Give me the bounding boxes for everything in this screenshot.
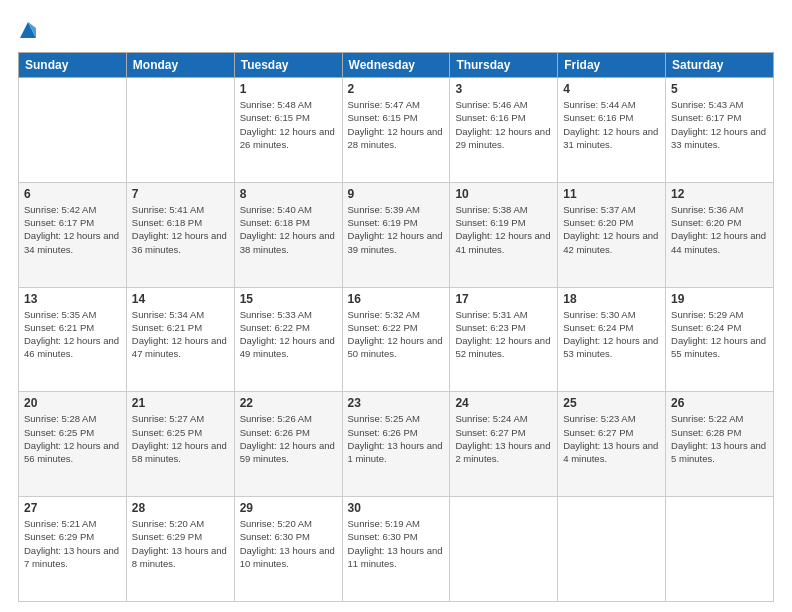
day-number: 29 [240,501,337,515]
calendar-cell: 7Sunrise: 5:41 AM Sunset: 6:18 PM Daylig… [126,182,234,287]
day-number: 3 [455,82,552,96]
week-row-1: 1Sunrise: 5:48 AM Sunset: 6:15 PM Daylig… [19,78,774,183]
calendar-cell: 22Sunrise: 5:26 AM Sunset: 6:26 PM Dayli… [234,392,342,497]
day-number: 1 [240,82,337,96]
day-number: 25 [563,396,660,410]
day-info: Sunrise: 5:32 AM Sunset: 6:22 PM Dayligh… [348,308,445,361]
header [18,18,774,42]
calendar-cell: 11Sunrise: 5:37 AM Sunset: 6:20 PM Dayli… [558,182,666,287]
day-info: Sunrise: 5:43 AM Sunset: 6:17 PM Dayligh… [671,98,768,151]
day-number: 15 [240,292,337,306]
calendar-cell [126,78,234,183]
week-row-4: 20Sunrise: 5:28 AM Sunset: 6:25 PM Dayli… [19,392,774,497]
col-header-monday: Monday [126,53,234,78]
day-info: Sunrise: 5:25 AM Sunset: 6:26 PM Dayligh… [348,412,445,465]
day-info: Sunrise: 5:34 AM Sunset: 6:21 PM Dayligh… [132,308,229,361]
day-number: 14 [132,292,229,306]
calendar-cell: 6Sunrise: 5:42 AM Sunset: 6:17 PM Daylig… [19,182,127,287]
day-info: Sunrise: 5:41 AM Sunset: 6:18 PM Dayligh… [132,203,229,256]
day-number: 11 [563,187,660,201]
day-number: 19 [671,292,768,306]
week-row-2: 6Sunrise: 5:42 AM Sunset: 6:17 PM Daylig… [19,182,774,287]
day-number: 7 [132,187,229,201]
day-number: 22 [240,396,337,410]
calendar-cell: 27Sunrise: 5:21 AM Sunset: 6:29 PM Dayli… [19,497,127,602]
day-info: Sunrise: 5:30 AM Sunset: 6:24 PM Dayligh… [563,308,660,361]
calendar-cell [450,497,558,602]
day-number: 4 [563,82,660,96]
calendar-cell: 15Sunrise: 5:33 AM Sunset: 6:22 PM Dayli… [234,287,342,392]
day-info: Sunrise: 5:19 AM Sunset: 6:30 PM Dayligh… [348,517,445,570]
calendar-cell: 13Sunrise: 5:35 AM Sunset: 6:21 PM Dayli… [19,287,127,392]
day-number: 30 [348,501,445,515]
day-number: 12 [671,187,768,201]
day-number: 2 [348,82,445,96]
calendar-cell: 17Sunrise: 5:31 AM Sunset: 6:23 PM Dayli… [450,287,558,392]
day-info: Sunrise: 5:23 AM Sunset: 6:27 PM Dayligh… [563,412,660,465]
calendar-cell [558,497,666,602]
calendar-cell: 28Sunrise: 5:20 AM Sunset: 6:29 PM Dayli… [126,497,234,602]
day-number: 9 [348,187,445,201]
day-number: 6 [24,187,121,201]
day-info: Sunrise: 5:26 AM Sunset: 6:26 PM Dayligh… [240,412,337,465]
calendar-header-row: SundayMondayTuesdayWednesdayThursdayFrid… [19,53,774,78]
calendar-cell: 20Sunrise: 5:28 AM Sunset: 6:25 PM Dayli… [19,392,127,497]
calendar-cell: 24Sunrise: 5:24 AM Sunset: 6:27 PM Dayli… [450,392,558,497]
day-info: Sunrise: 5:36 AM Sunset: 6:20 PM Dayligh… [671,203,768,256]
day-number: 24 [455,396,552,410]
calendar-cell [19,78,127,183]
day-info: Sunrise: 5:20 AM Sunset: 6:29 PM Dayligh… [132,517,229,570]
day-number: 20 [24,396,121,410]
logo [18,18,42,42]
calendar-cell: 23Sunrise: 5:25 AM Sunset: 6:26 PM Dayli… [342,392,450,497]
page: SundayMondayTuesdayWednesdayThursdayFrid… [0,0,792,612]
col-header-saturday: Saturday [666,53,774,78]
col-header-friday: Friday [558,53,666,78]
day-number: 28 [132,501,229,515]
day-number: 18 [563,292,660,306]
calendar-cell: 14Sunrise: 5:34 AM Sunset: 6:21 PM Dayli… [126,287,234,392]
day-info: Sunrise: 5:22 AM Sunset: 6:28 PM Dayligh… [671,412,768,465]
day-info: Sunrise: 5:20 AM Sunset: 6:30 PM Dayligh… [240,517,337,570]
col-header-thursday: Thursday [450,53,558,78]
day-number: 17 [455,292,552,306]
calendar-cell: 26Sunrise: 5:22 AM Sunset: 6:28 PM Dayli… [666,392,774,497]
calendar-cell: 29Sunrise: 5:20 AM Sunset: 6:30 PM Dayli… [234,497,342,602]
calendar-cell: 1Sunrise: 5:48 AM Sunset: 6:15 PM Daylig… [234,78,342,183]
calendar-cell: 4Sunrise: 5:44 AM Sunset: 6:16 PM Daylig… [558,78,666,183]
day-number: 23 [348,396,445,410]
day-info: Sunrise: 5:29 AM Sunset: 6:24 PM Dayligh… [671,308,768,361]
day-info: Sunrise: 5:39 AM Sunset: 6:19 PM Dayligh… [348,203,445,256]
day-info: Sunrise: 5:33 AM Sunset: 6:22 PM Dayligh… [240,308,337,361]
week-row-5: 27Sunrise: 5:21 AM Sunset: 6:29 PM Dayli… [19,497,774,602]
calendar-cell: 21Sunrise: 5:27 AM Sunset: 6:25 PM Dayli… [126,392,234,497]
week-row-3: 13Sunrise: 5:35 AM Sunset: 6:21 PM Dayli… [19,287,774,392]
day-info: Sunrise: 5:31 AM Sunset: 6:23 PM Dayligh… [455,308,552,361]
calendar-cell: 9Sunrise: 5:39 AM Sunset: 6:19 PM Daylig… [342,182,450,287]
calendar-cell: 25Sunrise: 5:23 AM Sunset: 6:27 PM Dayli… [558,392,666,497]
calendar-cell: 12Sunrise: 5:36 AM Sunset: 6:20 PM Dayli… [666,182,774,287]
day-info: Sunrise: 5:42 AM Sunset: 6:17 PM Dayligh… [24,203,121,256]
calendar-table: SundayMondayTuesdayWednesdayThursdayFrid… [18,52,774,602]
day-number: 21 [132,396,229,410]
col-header-tuesday: Tuesday [234,53,342,78]
calendar-cell: 8Sunrise: 5:40 AM Sunset: 6:18 PM Daylig… [234,182,342,287]
calendar-cell: 16Sunrise: 5:32 AM Sunset: 6:22 PM Dayli… [342,287,450,392]
day-number: 10 [455,187,552,201]
calendar-cell: 10Sunrise: 5:38 AM Sunset: 6:19 PM Dayli… [450,182,558,287]
col-header-sunday: Sunday [19,53,127,78]
day-info: Sunrise: 5:24 AM Sunset: 6:27 PM Dayligh… [455,412,552,465]
day-info: Sunrise: 5:44 AM Sunset: 6:16 PM Dayligh… [563,98,660,151]
day-info: Sunrise: 5:27 AM Sunset: 6:25 PM Dayligh… [132,412,229,465]
day-info: Sunrise: 5:38 AM Sunset: 6:19 PM Dayligh… [455,203,552,256]
calendar-cell: 3Sunrise: 5:46 AM Sunset: 6:16 PM Daylig… [450,78,558,183]
day-info: Sunrise: 5:21 AM Sunset: 6:29 PM Dayligh… [24,517,121,570]
day-info: Sunrise: 5:48 AM Sunset: 6:15 PM Dayligh… [240,98,337,151]
calendar-cell [666,497,774,602]
calendar-cell: 5Sunrise: 5:43 AM Sunset: 6:17 PM Daylig… [666,78,774,183]
day-info: Sunrise: 5:40 AM Sunset: 6:18 PM Dayligh… [240,203,337,256]
day-info: Sunrise: 5:46 AM Sunset: 6:16 PM Dayligh… [455,98,552,151]
calendar-cell: 2Sunrise: 5:47 AM Sunset: 6:15 PM Daylig… [342,78,450,183]
calendar-cell: 18Sunrise: 5:30 AM Sunset: 6:24 PM Dayli… [558,287,666,392]
day-number: 27 [24,501,121,515]
